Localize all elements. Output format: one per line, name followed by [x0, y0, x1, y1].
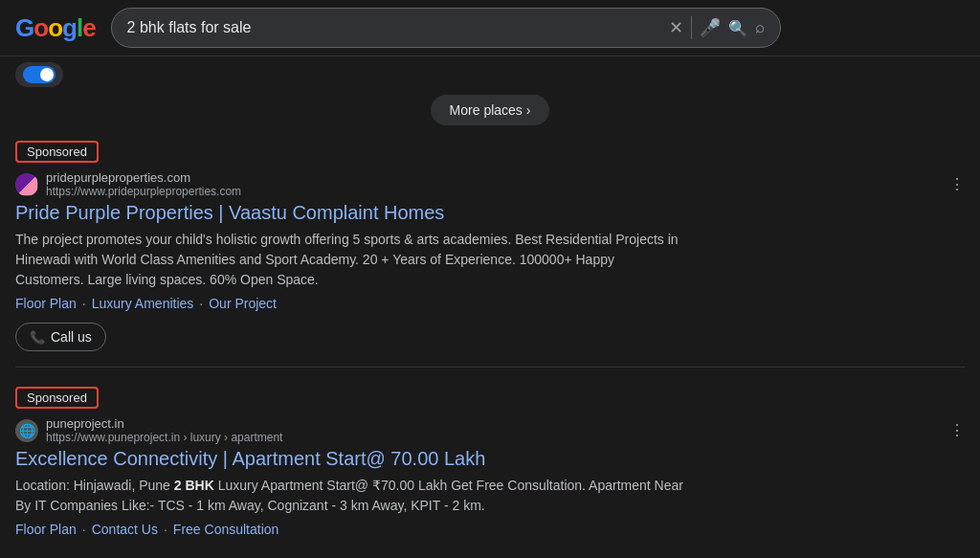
- more-places-bar: More places ›: [15, 91, 965, 133]
- ad1-url: https://www.pridepurpleproperties.com: [46, 185, 241, 198]
- clear-icon[interactable]: ✕: [669, 17, 683, 38]
- toggle-container[interactable]: [15, 62, 63, 87]
- ad2-url: https://www.puneproject.in › luxury › ap…: [46, 431, 282, 444]
- call-us-button[interactable]: 📞 Call us: [15, 323, 106, 351]
- ad2-source: 🌐 puneproject.in https://www.puneproject…: [15, 416, 965, 444]
- search-bar[interactable]: ✕ 🎤 🔍 ⌕: [111, 8, 781, 48]
- sponsored-badge-1: Sponsored: [15, 141, 99, 163]
- search-submit-icon[interactable]: ⌕: [755, 18, 765, 37]
- ad2-title[interactable]: Excellence Connectivity | Apartment Star…: [15, 448, 965, 470]
- ad2-desc-before: Location: Hinjawadi, Pune: [15, 478, 174, 493]
- pride-favicon-img: [16, 174, 37, 195]
- divider: [691, 16, 692, 39]
- main-content: More places › Sponsored pridepurpleprope…: [0, 56, 980, 558]
- ad1-menu-icon[interactable]: ⋮: [949, 175, 965, 193]
- ad2-domain: puneproject.in: [46, 416, 282, 431]
- voice-icon[interactable]: 🎤: [700, 17, 721, 38]
- ad2-link-free-consultation[interactable]: Free Consultation: [173, 522, 279, 537]
- more-places-label: More places ›: [450, 102, 531, 118]
- header: Google ✕ 🎤 🔍 ⌕: [0, 0, 980, 56]
- ad1-source: pridepurpleproperties.com https://www.pr…: [15, 170, 965, 198]
- ad2-links: Floor Plan · Contact Us · Free Consultat…: [15, 522, 965, 537]
- ad2-link-floor-plan[interactable]: Floor Plan: [15, 522, 77, 537]
- ad2-menu-icon[interactable]: ⋮: [949, 421, 965, 439]
- ad1-link-luxury-amenities[interactable]: Luxury Amenities: [92, 296, 194, 311]
- more-places-button[interactable]: More places ›: [431, 95, 550, 125]
- call-label: Call us: [51, 329, 92, 345]
- ad1-link-floor-plan[interactable]: Floor Plan: [15, 296, 77, 311]
- ad-block-2: Sponsored 🌐 puneproject.in https://www.p…: [15, 379, 965, 537]
- separator: [15, 367, 965, 368]
- ad2-link-contact-us[interactable]: Contact Us: [92, 522, 158, 537]
- ad1-domain: pridepurpleproperties.com: [46, 170, 241, 185]
- ad-block-1: Sponsored pridepurpleproperties.com http…: [15, 133, 965, 351]
- lens-icon[interactable]: 🔍: [728, 19, 747, 37]
- ad1-link-our-project[interactable]: Our Project: [209, 296, 277, 311]
- ad1-description: The project promotes your child's holist…: [15, 230, 685, 290]
- ad2-description: Location: Hinjawadi, Pune 2 BHK Luxury A…: [15, 476, 685, 516]
- call-icon: 📞: [30, 330, 45, 345]
- ad2-desc-bold: 2 BHK: [174, 478, 214, 493]
- ad1-title[interactable]: Pride Purple Properties | Vaastu Complai…: [15, 202, 965, 224]
- search-input[interactable]: [127, 19, 661, 36]
- ad2-source-text: puneproject.in https://www.puneproject.i…: [46, 416, 282, 444]
- sponsored-badge-2: Sponsored: [15, 387, 99, 409]
- toggle-switch[interactable]: [23, 66, 56, 83]
- ad1-source-text: pridepurpleproperties.com https://www.pr…: [46, 170, 241, 198]
- ad2-favicon: 🌐: [15, 419, 38, 442]
- ad1-links: Floor Plan · Luxury Amenities · Our Proj…: [15, 296, 965, 311]
- google-logo: Google: [15, 13, 96, 43]
- ad1-favicon: [15, 173, 38, 196]
